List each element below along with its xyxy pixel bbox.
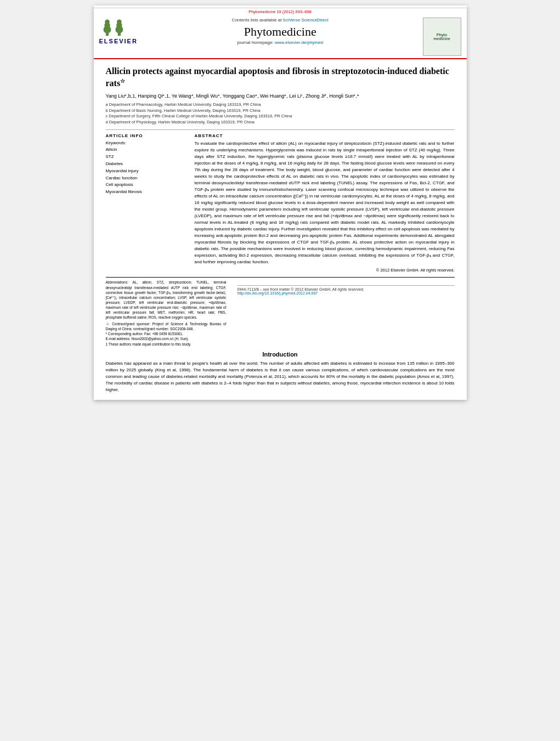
svg-point-7 xyxy=(117,20,122,25)
authors-line: Yang Liuᵃ,b,1, Hanping Qiᵃ,1, Ye Wangᵃ, … xyxy=(106,93,455,100)
email-footnote: E-mail address: hlsun2002@yahoo.com.cn (… xyxy=(106,336,227,341)
issn-doi-bar: 0944-7113/$ – see front matter © 2012 El… xyxy=(237,285,455,295)
affiliation-a: a Department of Pharmacology, Harbin Med… xyxy=(106,102,455,108)
introduction-heading: Introduction xyxy=(106,351,455,358)
doi-link[interactable]: http://dx.doi.org/10.1016/j.phymed.2012.… xyxy=(237,291,318,295)
phyto-logo-text: Phytomedicine xyxy=(433,33,450,41)
citation-text: Phytomedicine 19 (2012) 693–698 xyxy=(248,9,312,14)
star-footnote: ☆ Contract/grant sponsor: Project of Sci… xyxy=(106,321,227,331)
affiliations-block: a Department of Pharmacology, Harbin Med… xyxy=(106,102,455,125)
keyword-5: Cell apoptosis xyxy=(106,182,188,189)
elsevier-tree-icon xyxy=(99,18,127,37)
keyword-3: Myocardial injury xyxy=(106,168,188,175)
doi-line: http://dx.doi.org/10.1016/j.phymed.2012.… xyxy=(237,291,455,295)
elsevier-logo: ELSEVIER xyxy=(99,18,138,44)
divider-1 xyxy=(106,129,455,130)
journal-header: Phytomedicine 19 (2012) 693–698 ELSEVIER xyxy=(94,5,467,59)
journal-title: Phytomedicine xyxy=(143,25,417,39)
corresponding-footnote: * Corresponding author. Fax: +86 0459 81… xyxy=(106,331,227,336)
journal-center: Contents lists available at SciVerse Sci… xyxy=(138,18,423,45)
footnotes-section: Abbreviations: AL, allicin; STZ, strepto… xyxy=(106,277,455,346)
article-page: Phytomedicine 19 (2012) 693–698 ELSEVIER xyxy=(94,5,467,400)
issn-line: 0944-7113/$ – see front matter © 2012 El… xyxy=(237,287,455,291)
affiliation-c: c Department of Surgery, Fifth Clinical … xyxy=(106,114,455,120)
homepage-url[interactable]: www.elsevier.de/phymed xyxy=(275,40,323,45)
copyright-line: © 2012 Elsevier GmbH. All rights reserve… xyxy=(195,268,455,273)
abstract-body: To evaluate the cardioprotective effect … xyxy=(195,141,455,264)
contents-line: Contents lists available at SciVerse Sci… xyxy=(143,18,417,22)
abstract-col: ABSTRACT To evaluate the cardioprotectiv… xyxy=(195,133,455,273)
article-title-text: Allicin protects against myocardial apop… xyxy=(106,66,449,88)
keywords-list: Allicin STZ Diabetes Myocardial injury C… xyxy=(106,146,188,196)
keywords-label: Keywords: xyxy=(106,140,188,145)
authors-text: Yang Liuᵃ,b,1, Hanping Qiᵃ,1, Ye Wangᵃ, … xyxy=(106,93,359,99)
keyword-1: STZ xyxy=(106,154,188,161)
main-content: Allicin protects against myocardial apop… xyxy=(94,59,467,400)
header-top-row: ELSEVIER Contents lists available at Sci… xyxy=(94,15,467,58)
footnotes-right: 0944-7113/$ – see front matter © 2012 El… xyxy=(237,280,455,346)
svg-point-3 xyxy=(105,20,110,25)
affiliation-d: d Department of Physiology, Harbin Medic… xyxy=(106,120,455,126)
keyword-0: Allicin xyxy=(106,146,188,154)
abbreviations-body: AL, allicin; STZ, streptozotocin; TUNEL,… xyxy=(106,280,227,319)
homepage-label: journal homepage: xyxy=(237,40,273,45)
journal-homepage: journal homepage: www.elsevier.de/phymed xyxy=(143,40,417,45)
contents-label: Contents lists available at xyxy=(232,18,282,22)
phytomedicine-logo: Phytomedicine xyxy=(423,18,461,56)
abbreviations-label: Abbreviations: xyxy=(106,280,128,284)
article-info-col: ARTICLE INFO Keywords: Allicin STZ Diabe… xyxy=(106,133,188,273)
citation-bar: Phytomedicine 19 (2012) 693–698 xyxy=(94,8,467,15)
abstract-heading: ABSTRACT xyxy=(195,133,455,138)
elsevier-brand-text: ELSEVIER xyxy=(99,38,138,44)
affiliation-b: b Department of Basic Nursing, Harbin Me… xyxy=(106,108,455,114)
abbreviations-text: Abbreviations: AL, allicin; STZ, strepto… xyxy=(106,280,227,320)
keyword-4: Cardiac function xyxy=(106,175,188,182)
introduction-text: Diabetes has appeared as a main threat t… xyxy=(106,360,455,393)
article-title: Allicin protects against myocardial apop… xyxy=(106,66,455,89)
keyword-2: Diabetes xyxy=(106,161,188,168)
title-note: ☆ xyxy=(120,78,125,84)
article-info-heading: ARTICLE INFO xyxy=(106,133,188,138)
abstract-text: To evaluate the cardioprotective effect … xyxy=(195,140,455,265)
footnotes-left: Abbreviations: AL, allicin; STZ, strepto… xyxy=(106,280,227,346)
sciverse-link[interactable]: SciVerse ScienceDirect xyxy=(283,18,329,22)
introduction-section: Introduction Diabetes has appeared as a … xyxy=(106,351,455,393)
keyword-6: Myocardial fibrosis xyxy=(106,189,188,196)
article-info-abstract: ARTICLE INFO Keywords: Allicin STZ Diabe… xyxy=(106,133,455,273)
equal-footnote: 1 These authors made equal contribution … xyxy=(106,342,227,347)
